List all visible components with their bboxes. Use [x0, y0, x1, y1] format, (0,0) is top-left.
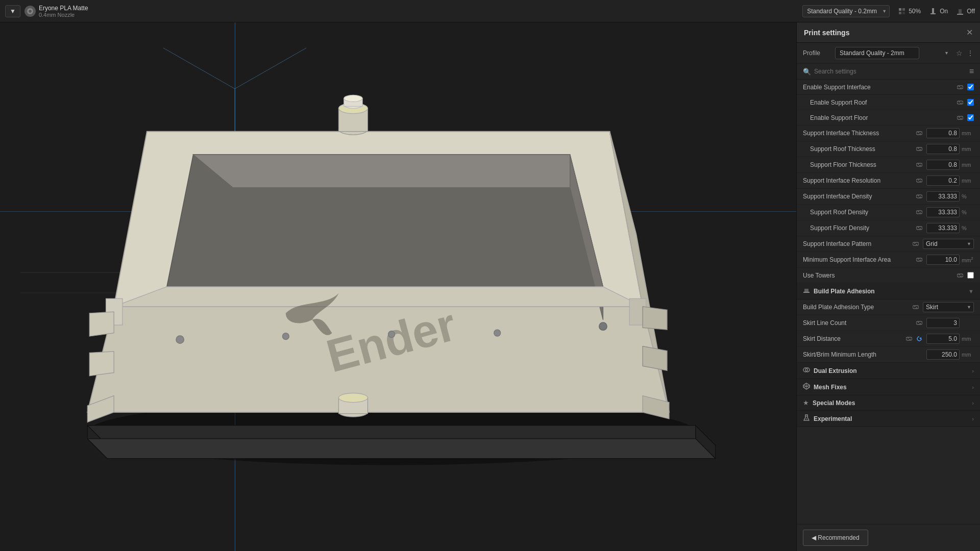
input-support-roof-density[interactable]	[926, 207, 960, 217]
input-support-floor-thickness[interactable]	[926, 160, 960, 170]
section-icon-mesh-fixes	[803, 383, 810, 391]
link-icon	[957, 84, 963, 90]
svg-rect-8	[957, 14, 963, 15]
section-icon-dual-extrusion	[803, 366, 810, 375]
svg-rect-50	[803, 292, 810, 293]
profile-selector-wrapper[interactable]: Standard Quality - 2mm	[835, 47, 952, 59]
link-icon-btn-15[interactable]	[915, 319, 923, 327]
setting-label-enable-support-roof: Enable Support Roof	[810, 99, 956, 106]
settings-menu-btn[interactable]: ≡	[969, 67, 974, 76]
search-row: 🔍 ≡	[797, 64, 980, 80]
setting-label-min-support-interface-area: Minimum Support Interface Area	[803, 256, 915, 263]
section-header-mesh-fixes[interactable]: Mesh Fixes ›	[797, 379, 980, 395]
input-skirt-distance[interactable]	[926, 334, 960, 344]
checkbox-enable-support-interface[interactable]	[967, 84, 974, 90]
link-icon-btn-8[interactable]	[915, 192, 923, 201]
link-icon-btn-10[interactable]	[915, 224, 923, 232]
support-interface-pattern-wrapper[interactable]: Grid Lines Concentric	[923, 239, 974, 249]
setting-icons-14	[912, 303, 920, 311]
support-setting[interactable]: On	[929, 7, 948, 15]
adhesion-icon	[956, 7, 964, 15]
link-icon-14	[913, 304, 919, 310]
setting-label-enable-support-floor: Enable Support Floor	[810, 114, 956, 121]
svg-rect-2	[899, 8, 901, 11]
link-icon-10	[916, 225, 922, 231]
unit-support-roof-density: %	[962, 209, 974, 215]
setting-label-skirt-brim-min-length: Skirt/Brim Minimum Length	[803, 351, 923, 358]
setting-row-support-roof-density: Support Roof Density %	[797, 205, 980, 220]
link-icon-btn-3[interactable]	[956, 114, 964, 122]
setting-label-support-interface-thickness: Support Interface Thickness	[803, 130, 915, 137]
section-header-special-modes[interactable]: ★ Special Modes ›	[797, 395, 980, 411]
reset-icon-btn-skirt-distance[interactable]	[915, 335, 923, 343]
axis-svg	[0, 22, 796, 551]
link-icon-btn[interactable]	[956, 83, 964, 91]
link-icon-btn-13[interactable]	[956, 271, 964, 280]
input-skirt-line-count[interactable]	[926, 318, 960, 328]
setting-label-support-interface-density: Support Interface Density	[803, 193, 915, 200]
svg-rect-3	[902, 8, 905, 11]
setting-label-enable-support-interface: Enable Support Interface	[803, 84, 956, 91]
checkbox-enable-support-floor[interactable]	[967, 114, 974, 121]
link-icon-btn-5[interactable]	[915, 145, 923, 153]
select-build-plate-adhesion-type[interactable]: Skirt Brim Raft None	[923, 302, 974, 312]
section-header-build-plate-adhesion[interactable]: Build Plate Adhesion ▼	[797, 283, 980, 299]
svg-rect-5	[902, 12, 905, 14]
svg-rect-9	[959, 9, 962, 14]
section-chevron-experimental: ›	[972, 416, 974, 422]
input-min-support-interface-area[interactable]	[926, 255, 960, 265]
input-support-interface-thickness[interactable]	[926, 128, 960, 138]
input-support-interface-density[interactable]	[926, 191, 960, 202]
setting-icons-13	[956, 271, 964, 280]
link-icon-btn-12[interactable]	[915, 256, 923, 264]
link-icon-btn-7[interactable]	[915, 177, 923, 185]
profile-star-btn[interactable]: ☆	[956, 49, 963, 57]
checkbox-enable-support-roof[interactable]	[967, 99, 974, 106]
input-support-interface-resolution[interactable]	[926, 176, 960, 186]
bottom-bar: ◀ Recommended	[797, 524, 980, 551]
link-icon-btn-4[interactable]	[915, 129, 923, 137]
profile-label: Profile	[803, 49, 831, 57]
section-chevron-dual-extrusion: ›	[972, 368, 974, 374]
adhesion-setting[interactable]: Off	[956, 7, 975, 15]
quality-selector-wrapper[interactable]: Standard Quality - 0.2mm	[802, 5, 890, 17]
setting-row-skirt-line-count: Skirt Line Count	[797, 315, 980, 331]
unit-skirt-brim-min-length: mm	[962, 352, 974, 358]
select-support-interface-pattern[interactable]: Grid Lines Concentric	[923, 239, 974, 249]
setting-icons-15	[915, 319, 923, 327]
material-dropdown-btn[interactable]: ▼	[5, 5, 20, 17]
section-header-experimental[interactable]: Experimental ›	[797, 411, 980, 427]
setting-row-support-roof-thickness: Support Roof Thickness mm	[797, 141, 980, 157]
link-icon-15	[916, 320, 922, 326]
setting-label-support-interface-resolution: Support Interface Resolution	[803, 177, 915, 184]
unit-support-interface-density: %	[962, 193, 974, 199]
link-icon-btn-2[interactable]	[956, 98, 964, 107]
checkbox-use-towers[interactable]	[967, 272, 974, 279]
link-icon-11	[913, 241, 919, 247]
input-support-roof-thickness[interactable]	[926, 144, 960, 154]
setting-row-support-interface-density: Support Interface Density %	[797, 189, 980, 205]
input-skirt-brim-min-length[interactable]	[926, 349, 960, 360]
grid-lines	[0, 22, 796, 551]
section-header-dual-extrusion[interactable]: Dual Extrusion ›	[797, 363, 980, 379]
input-support-floor-density[interactable]	[926, 223, 960, 233]
link-icon-btn-6[interactable]	[915, 161, 923, 169]
profile-options-btn[interactable]: ⋮	[967, 49, 974, 57]
infill-setting[interactable]: 50%	[898, 7, 921, 15]
section-icon-special-modes: ★	[803, 399, 809, 407]
link-icon-btn-16[interactable]	[905, 335, 913, 343]
link-icon-btn-14[interactable]	[912, 303, 920, 311]
recommended-btn[interactable]: ◀ Recommended	[803, 530, 868, 546]
search-input[interactable]	[814, 68, 966, 75]
build-plate-adhesion-type-wrapper[interactable]: Skirt Brim Raft None	[923, 302, 974, 312]
material-name: Eryone PLA Matte	[39, 5, 88, 12]
quality-selector[interactable]: Standard Quality - 0.2mm	[802, 5, 890, 17]
link-icon-btn-9[interactable]	[915, 208, 923, 216]
adhesion-section-icon	[803, 287, 810, 294]
setting-icons-2	[956, 98, 964, 107]
viewport[interactable]: Ender	[0, 22, 796, 551]
setting-row-support-interface-pattern: Support Interface Pattern Grid Lines Con…	[797, 236, 980, 252]
profile-selector[interactable]: Standard Quality - 2mm	[835, 47, 919, 59]
link-icon-btn-11[interactable]	[912, 240, 920, 248]
panel-close-btn[interactable]: ✕	[966, 28, 973, 37]
